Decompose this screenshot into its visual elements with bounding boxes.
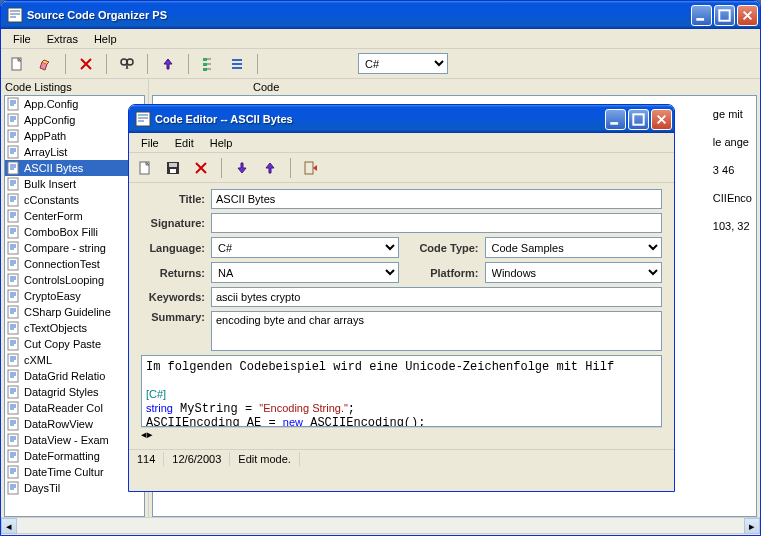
- tree-item[interactable]: ArrayList: [5, 144, 144, 160]
- tree-item[interactable]: AppConfig: [5, 112, 144, 128]
- editor-titlebar[interactable]: Code Editor -- ASCII Bytes: [129, 105, 674, 133]
- tree-item[interactable]: cTextObjects: [5, 320, 144, 336]
- maximize-button[interactable]: [714, 5, 735, 26]
- code-file-icon: [7, 177, 21, 191]
- editor-menubar: File Edit Help: [129, 133, 674, 153]
- tree-item[interactable]: Cut Copy Paste: [5, 336, 144, 352]
- exit-icon[interactable]: [301, 158, 321, 178]
- tree-item[interactable]: Datagrid Styles: [5, 384, 144, 400]
- tree-item[interactable]: DataGrid Relatio: [5, 368, 144, 384]
- signature-field[interactable]: [211, 213, 662, 233]
- svg-rect-29: [8, 418, 18, 430]
- code-file-icon: [7, 465, 21, 479]
- tree-item[interactable]: AppPath: [5, 128, 144, 144]
- svg-rect-20: [8, 274, 18, 286]
- tree-item[interactable]: ASCII Bytes: [5, 160, 144, 176]
- code-file-icon: [7, 433, 21, 447]
- tree-item-label: CryptoEasy: [24, 290, 81, 302]
- main-menubar: File Extras Help: [1, 29, 760, 49]
- language-filter-combo[interactable]: C#: [358, 53, 448, 74]
- svg-rect-31: [8, 450, 18, 462]
- minimize-button[interactable]: [691, 5, 712, 26]
- editor-close-button[interactable]: [651, 109, 672, 130]
- editor-new-icon[interactable]: [135, 158, 155, 178]
- svg-rect-14: [8, 178, 18, 190]
- editor-delete-icon[interactable]: [191, 158, 211, 178]
- tree-item[interactable]: ConnectionTest: [5, 256, 144, 272]
- svg-rect-12: [8, 146, 18, 158]
- tree-item[interactable]: DateTime Cultur: [5, 464, 144, 480]
- tree-item[interactable]: DataReader Col: [5, 400, 144, 416]
- returns-combo[interactable]: NA: [211, 262, 399, 283]
- tree-item[interactable]: cConstants: [5, 192, 144, 208]
- tree-item-label: App.Config: [24, 98, 78, 110]
- menu-extras[interactable]: Extras: [39, 31, 86, 47]
- tree-item[interactable]: DataRowView: [5, 416, 144, 432]
- tree-item[interactable]: CryptoEasy: [5, 288, 144, 304]
- summary-field[interactable]: [211, 311, 662, 351]
- tree-item-label: DataRowView: [24, 418, 93, 430]
- edit-icon[interactable]: [35, 54, 55, 74]
- tree-item[interactable]: ControlsLooping: [5, 272, 144, 288]
- main-toolbar: C#: [1, 49, 760, 79]
- code-listings-tree[interactable]: App.ConfigAppConfigAppPathArrayListASCII…: [4, 95, 145, 517]
- menu-file[interactable]: File: [5, 31, 39, 47]
- tree-item[interactable]: DaysTil: [5, 480, 144, 496]
- save-icon[interactable]: [163, 158, 183, 178]
- svg-rect-11: [8, 130, 18, 142]
- tree-item[interactable]: CenterForm: [5, 208, 144, 224]
- editor-scroll-right-icon[interactable]: ▸: [147, 428, 153, 443]
- tree-item-label: cTextObjects: [24, 322, 87, 334]
- editor-status-date: 12/6/2003: [164, 452, 230, 466]
- codetype-combo[interactable]: Code Samples: [485, 237, 663, 258]
- editor-minimize-button[interactable]: [605, 109, 626, 130]
- tree-item[interactable]: DataView - Exam: [5, 432, 144, 448]
- tree-icon[interactable]: [199, 54, 219, 74]
- code-file-icon: [7, 481, 21, 495]
- svg-rect-26: [8, 370, 18, 382]
- list-icon[interactable]: [227, 54, 247, 74]
- tree-item-label: cXML: [24, 354, 52, 366]
- svg-rect-18: [8, 242, 18, 254]
- tree-item-label: DateFormatting: [24, 450, 100, 462]
- keywords-field[interactable]: [211, 287, 662, 307]
- down-icon[interactable]: [232, 158, 252, 178]
- codetype-label: Code Type:: [405, 242, 479, 254]
- search-icon[interactable]: [117, 54, 137, 74]
- tree-item[interactable]: Bulk Insert: [5, 176, 144, 192]
- keywords-label: Keywords:: [141, 291, 205, 303]
- delete-icon[interactable]: [76, 54, 96, 74]
- svg-rect-22: [8, 306, 18, 318]
- tree-item-label: DataView - Exam: [24, 434, 109, 446]
- signature-label: Signature:: [141, 217, 205, 229]
- scroll-right-icon[interactable]: ▸: [744, 518, 760, 534]
- svg-rect-10: [8, 114, 18, 126]
- editor-app-icon: [135, 111, 151, 127]
- tree-item[interactable]: ComboBox Filli: [5, 224, 144, 240]
- new-icon[interactable]: [7, 54, 27, 74]
- title-field[interactable]: [211, 189, 662, 209]
- editor-menu-edit[interactable]: Edit: [167, 135, 202, 151]
- editor-hscroll[interactable]: ◂▸: [141, 427, 662, 443]
- tree-item[interactable]: DateFormatting: [5, 448, 144, 464]
- tree-item-label: ArrayList: [24, 146, 67, 158]
- menu-help[interactable]: Help: [86, 31, 125, 47]
- language-combo[interactable]: C#: [211, 237, 399, 258]
- code-preview[interactable]: Im folgenden Codebeispiel wird eine Unic…: [141, 355, 662, 427]
- main-hscroll[interactable]: ◂▸: [1, 517, 760, 533]
- tree-item-label: Bulk Insert: [24, 178, 76, 190]
- tree-item[interactable]: cXML: [5, 352, 144, 368]
- editor-menu-help[interactable]: Help: [202, 135, 241, 151]
- editor-up-icon[interactable]: [260, 158, 280, 178]
- tree-item[interactable]: CSharp Guideline: [5, 304, 144, 320]
- main-titlebar[interactable]: Source Code Organizer PS: [1, 1, 760, 29]
- editor-menu-file[interactable]: File: [133, 135, 167, 151]
- scroll-left-icon[interactable]: ◂: [1, 518, 17, 534]
- up-icon[interactable]: [158, 54, 178, 74]
- tree-item[interactable]: App.Config: [5, 96, 144, 112]
- close-button[interactable]: [737, 5, 758, 26]
- code-file-icon: [7, 129, 21, 143]
- editor-maximize-button[interactable]: [628, 109, 649, 130]
- tree-item[interactable]: Compare - string: [5, 240, 144, 256]
- platform-combo[interactable]: Windows: [485, 262, 663, 283]
